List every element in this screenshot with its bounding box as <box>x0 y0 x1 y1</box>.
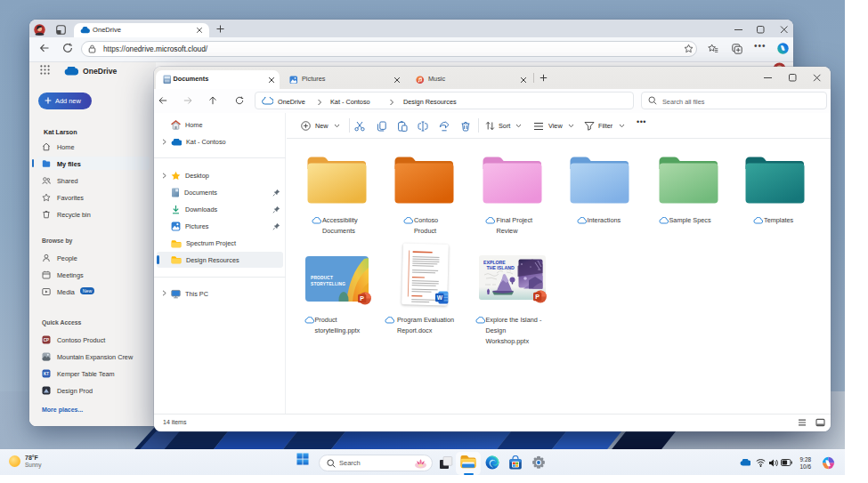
svg-text:THE ISLAND: THE ISLAND <box>487 265 515 270</box>
svg-text:CP: CP <box>44 338 49 342</box>
svg-text:P: P <box>535 294 539 300</box>
svg-text:KT: KT <box>44 372 49 376</box>
svg-text:STORYTELLING: STORYTELLING <box>311 282 345 286</box>
svg-text:P: P <box>360 295 364 302</box>
svg-text:W: W <box>437 294 443 301</box>
svg-text:PRODUCT: PRODUCT <box>311 276 333 280</box>
